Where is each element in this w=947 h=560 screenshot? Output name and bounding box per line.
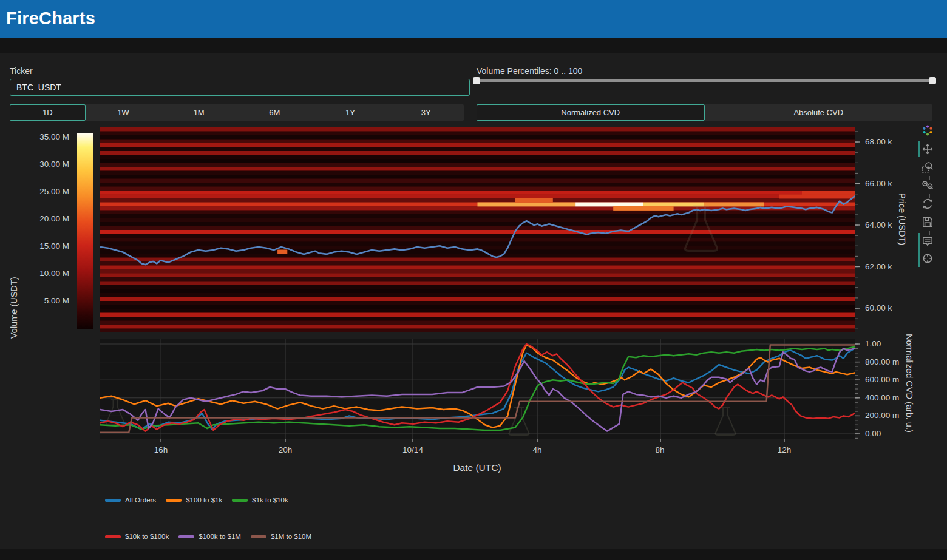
firecharts-app: FireCharts Ticker Volume Percentiles: 0 … <box>0 0 947 560</box>
heatmap-row <box>100 159 855 163</box>
heatmap-row <box>100 132 855 136</box>
heatmap-row <box>100 175 855 179</box>
pan-icon[interactable] <box>922 143 934 155</box>
cvd-tick: 800.00 m <box>865 357 899 368</box>
legend-item-all-orders[interactable]: All Orders <box>105 496 156 504</box>
timeframe-button-1w[interactable]: 1W <box>86 104 161 121</box>
heatmap-row <box>100 230 855 234</box>
heatmap-row <box>100 147 855 152</box>
legend-label: $1k to $10k <box>252 496 288 504</box>
cvd-axis-title: Normalized CVD (arb. u.) <box>905 334 914 449</box>
heatmap-row <box>100 238 855 242</box>
x-tick: 12h <box>778 445 792 456</box>
volume-tick: 25.00 M <box>22 186 69 197</box>
legend-swatch <box>105 499 121 502</box>
heatmap-row <box>100 309 855 313</box>
heatmap-hot-segment <box>613 206 673 211</box>
app-header: FireCharts <box>0 0 947 38</box>
legend-item-100k-1m[interactable]: $100k to $1M <box>178 533 241 540</box>
heatmap-row <box>100 321 855 325</box>
legend-item-1k-10k[interactable]: $1k to $10k <box>232 496 288 504</box>
heatmap-row <box>100 325 855 329</box>
app-title: FireCharts <box>0 0 947 29</box>
timeframe-button-1m[interactable]: 1M <box>161 104 237 121</box>
cvd-axis-ticks <box>855 339 861 439</box>
modebar-separator <box>929 231 930 235</box>
x-tick: 20h <box>279 445 293 456</box>
ticker-input[interactable] <box>10 79 470 96</box>
heatmap-row <box>100 329 855 333</box>
heatmap-row <box>100 187 855 191</box>
legend-item-1m-10m[interactable]: $1M to $10M <box>251 533 311 540</box>
cvd-tick: 0.00 <box>865 428 881 439</box>
modebar-active-indicator <box>918 233 920 267</box>
x-axis-ticks <box>100 439 855 444</box>
timeframe-button-3y[interactable]: 3Y <box>388 104 464 121</box>
heatmap-row <box>100 269 855 274</box>
absolute-cvd-button[interactable]: Absolute CVD <box>705 104 933 121</box>
heatmap-row <box>100 127 855 132</box>
legend-label: All Orders <box>125 496 156 504</box>
heatmap-row <box>100 277 855 282</box>
heatmap-row <box>100 317 855 321</box>
x-axis-title: Date (UTC) <box>453 462 501 473</box>
price-tick: 60.00 k <box>865 303 892 314</box>
reset-axes-icon[interactable] <box>922 198 934 210</box>
header-divider <box>0 38 947 53</box>
heatmap-hot-segment <box>704 203 764 207</box>
percentile-slider-track[interactable] <box>477 79 932 82</box>
heatmap-row <box>100 282 855 286</box>
normalized-cvd-button[interactable]: Normalized CVD <box>477 104 705 121</box>
crosshair-icon[interactable] <box>922 252 934 265</box>
volume-tick: 20.00 M <box>22 214 69 224</box>
price-axis-ticks <box>855 127 861 332</box>
heatmap-hot-segment <box>478 203 576 207</box>
legend-item-100-1k[interactable]: $100 to $1k <box>166 496 222 504</box>
legend-swatch <box>178 535 194 538</box>
timeframe-button-1y[interactable]: 1Y <box>313 104 389 121</box>
heatmap-row <box>100 261 855 266</box>
volume-tick: 30.00 M <box>22 159 69 170</box>
timeframe-button-1d[interactable]: 1D <box>10 104 86 121</box>
heatmap-row <box>100 183 855 187</box>
volume-tick: 10.00 M <box>22 268 69 279</box>
legend-row-2: $10k to $100k $100k to $1M $1M to $10M <box>105 533 311 540</box>
volume-heatmap-canvas[interactable] <box>100 127 855 332</box>
legend-row-1: All Orders $100 to $1k $1k to $10k <box>105 496 288 504</box>
heatmap-row <box>100 226 855 231</box>
legend-swatch <box>232 499 248 502</box>
timeframe-button-6m[interactable]: 6M <box>237 104 313 121</box>
box-zoom-icon[interactable] <box>922 161 934 174</box>
volume-colorbar <box>77 133 93 329</box>
volume-tick: 5.00 M <box>22 295 69 306</box>
save-icon[interactable] <box>922 216 934 228</box>
cvd-tick: 600.00 m <box>865 374 899 385</box>
legend-label: $10k to $100k <box>125 533 169 540</box>
plotly-logo-icon[interactable] <box>922 124 934 137</box>
price-tick: 64.00 k <box>865 220 892 231</box>
heatmap-row <box>100 285 855 289</box>
modebar-active-indicator <box>918 141 920 157</box>
x-tick: 10/14 <box>402 445 423 456</box>
heatmap-row <box>100 167 855 171</box>
heatmap-hot-segment <box>515 198 553 203</box>
heatmap-row <box>100 143 855 147</box>
hover-tooltip-icon[interactable] <box>922 235 934 248</box>
heatmap-row <box>100 258 855 262</box>
percentile-slider-handle-min[interactable] <box>473 77 480 84</box>
legend-item-10k-100k[interactable]: $10k to $100k <box>105 533 169 540</box>
volume-tick: 35.00 M <box>22 132 69 143</box>
legend-label: $100 to $1k <box>186 496 222 504</box>
heatmap-row <box>100 171 855 175</box>
volume-tick: 15.00 M <box>22 241 69 252</box>
volume-axis-title: Volume (USDT) <box>10 260 19 339</box>
legend-swatch <box>166 499 182 502</box>
heatmap-row <box>100 198 855 203</box>
heatmap-row <box>100 211 855 215</box>
percentile-slider-handle-max[interactable] <box>929 77 936 84</box>
price-tick: 66.00 k <box>865 178 892 189</box>
heatmap-row <box>100 301 855 305</box>
cvd-chart-canvas[interactable] <box>100 339 855 439</box>
zoom-in-out-icon[interactable] <box>922 180 934 192</box>
heatmap-row <box>100 135 855 140</box>
